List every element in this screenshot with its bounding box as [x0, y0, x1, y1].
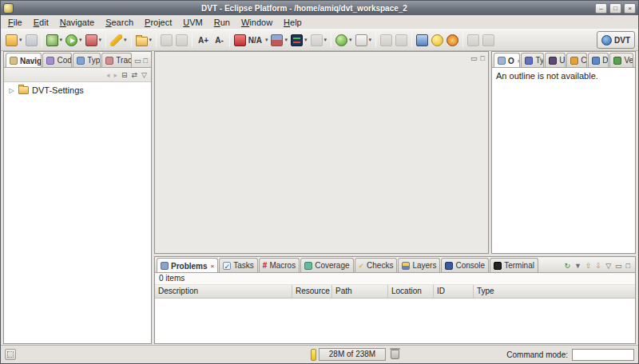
menu-help[interactable]: Help	[278, 17, 308, 28]
dropdown-arrow-icon[interactable]: ▾	[124, 37, 127, 43]
checker-button[interactable]: ▾	[354, 31, 374, 49]
dropdown-arrow-icon[interactable]: ▾	[265, 37, 268, 43]
maximize-window-button[interactable]: □	[609, 3, 621, 14]
start-session-button[interactable]: ▾	[334, 31, 354, 49]
tab-trace[interactable]: Trace	[101, 53, 132, 67]
external-tools-button[interactable]: ▾	[84, 31, 104, 49]
menu-window[interactable]: Window	[236, 17, 278, 28]
maximize-panel-icon[interactable]: □	[144, 57, 148, 65]
settings-gear-button[interactable]	[445, 31, 460, 49]
tab-outline[interactable]: O ×	[494, 53, 520, 68]
dropdown-arrow-icon[interactable]: ▾	[79, 37, 82, 43]
column-location[interactable]: Location	[388, 285, 434, 298]
dropdown-arrow-icon[interactable]: ▾	[349, 37, 352, 43]
close-tab-icon[interactable]: ×	[518, 57, 521, 65]
tab-verification[interactable]: Ve	[609, 53, 633, 67]
minimize-panel-icon[interactable]: ▭	[134, 57, 141, 65]
menu-file[interactable]: File	[2, 17, 28, 28]
tree-item-dvt-settings[interactable]: ▷ DVT-Settings	[6, 85, 149, 96]
dropdown-arrow-icon[interactable]: ▾	[19, 37, 22, 43]
garbage-collect-icon[interactable]	[391, 350, 399, 359]
close-tab-icon[interactable]: ×	[211, 263, 215, 270]
menu-uvm[interactable]: UVM	[177, 17, 208, 28]
fast-view-icon[interactable]	[5, 349, 16, 360]
collapse-all-icon[interactable]: ⊟	[121, 71, 128, 79]
tool-f-button[interactable]	[466, 31, 481, 49]
tool-g-button[interactable]	[481, 31, 496, 49]
column-path[interactable]: Path	[332, 285, 388, 298]
minimize-window-button[interactable]: –	[595, 3, 607, 14]
menu-search[interactable]: Search	[100, 17, 139, 28]
maximize-panel-icon[interactable]: □	[481, 54, 485, 62]
dropdown-arrow-icon[interactable]: ▾	[149, 37, 153, 43]
problems-table-body[interactable]	[155, 299, 635, 343]
tree-expander-icon[interactable]: ▷	[8, 87, 15, 94]
debug-button[interactable]: ▾	[45, 31, 65, 49]
titlebar[interactable]: DVT - Eclipse Platform - /home/amiq/dvt_…	[1, 1, 638, 15]
column-type[interactable]: Type	[474, 285, 635, 298]
collapse-all-icon[interactable]: ⇩	[596, 262, 602, 270]
minimize-panel-icon[interactable]: ▭	[615, 262, 622, 270]
save-button[interactable]	[24, 31, 39, 49]
dropdown-arrow-icon[interactable]: ▾	[60, 37, 63, 43]
tab-layers[interactable]: Layers	[398, 258, 440, 272]
tab-navigator[interactable]: Navig ×	[6, 53, 42, 68]
trace-wand-button[interactable]: ▾	[109, 31, 129, 49]
view-menu-icon[interactable]: ▽	[141, 71, 147, 79]
tab-terminal[interactable]: Terminal	[490, 258, 538, 272]
tab-coverage[interactable]: Coverage	[300, 258, 353, 272]
tool-e-button[interactable]	[394, 31, 409, 49]
waveform-button[interactable]: ▾	[289, 31, 309, 49]
tab-uvm-browser[interactable]: U	[545, 53, 566, 67]
tool-d-button[interactable]	[379, 31, 394, 49]
maximize-panel-icon[interactable]: □	[626, 262, 630, 270]
tab-type[interactable]: Type	[73, 53, 101, 67]
open-folder-button[interactable]: ▾	[134, 31, 154, 49]
tab-design[interactable]: D	[588, 53, 609, 67]
filter-icon[interactable]: ▼	[574, 262, 581, 270]
reload-config-button[interactable]: ▾	[269, 31, 289, 49]
column-resource[interactable]: Resource	[292, 285, 332, 298]
font-increase-button[interactable]: A+	[195, 31, 212, 49]
view-menu-icon[interactable]: ▽	[605, 262, 611, 270]
dropdown-arrow-icon[interactable]: ▾	[324, 37, 327, 43]
dropdown-arrow-icon[interactable]: ▾	[304, 37, 308, 43]
forward-icon[interactable]: ▸	[113, 71, 117, 79]
run-button[interactable]: ▾	[64, 31, 84, 49]
marker-button[interactable]	[430, 31, 445, 49]
command-mode-input[interactable]	[572, 349, 634, 361]
tool-b-button[interactable]	[174, 31, 189, 49]
dropdown-arrow-icon[interactable]: ▾	[284, 37, 288, 43]
menu-edit[interactable]: Edit	[28, 17, 54, 28]
menu-navigate[interactable]: Navigate	[54, 17, 100, 28]
column-id[interactable]: ID	[434, 285, 474, 298]
dvt-perspective-button[interactable]: DVT	[597, 31, 635, 49]
dropdown-arrow-icon[interactable]: ▾	[99, 37, 102, 43]
tool-a-button[interactable]	[159, 31, 174, 49]
monitor-button[interactable]	[415, 31, 430, 49]
menu-project[interactable]: Project	[139, 17, 177, 28]
tab-tasks[interactable]: ✓ Tasks	[219, 258, 258, 272]
font-decrease-button[interactable]: A-	[212, 31, 227, 49]
refresh-icon[interactable]: ↻	[565, 262, 571, 270]
close-window-button[interactable]: ×	[624, 3, 636, 14]
compile-mode-button[interactable]: N/A ▾	[232, 31, 270, 49]
minimize-panel-icon[interactable]: ▭	[470, 54, 478, 62]
tab-types[interactable]: Ty	[521, 53, 544, 67]
tab-checks-bottom[interactable]: ✓ Checks	[355, 258, 398, 272]
link-with-editor-icon[interactable]: ⇄	[132, 71, 138, 79]
new-wizard-button[interactable]: ▾	[4, 31, 24, 49]
tab-checks[interactable]: C	[566, 53, 587, 67]
tab-problems[interactable]: Problems ×	[157, 258, 218, 273]
tool-c-button[interactable]: ▾	[309, 31, 329, 49]
dropdown-arrow-icon[interactable]: ▾	[369, 37, 372, 43]
window-icon[interactable]	[3, 3, 14, 14]
back-icon[interactable]: ◂	[106, 71, 110, 79]
tab-macros[interactable]: # Macros	[259, 258, 300, 272]
editor-area[interactable]: ▭ □	[154, 51, 489, 254]
column-description[interactable]: Description	[155, 285, 292, 298]
menu-run[interactable]: Run	[208, 17, 236, 28]
expand-all-icon[interactable]: ⇧	[585, 262, 592, 270]
tab-console[interactable]: Console	[441, 258, 489, 272]
tab-code[interactable]: Code	[42, 53, 72, 67]
